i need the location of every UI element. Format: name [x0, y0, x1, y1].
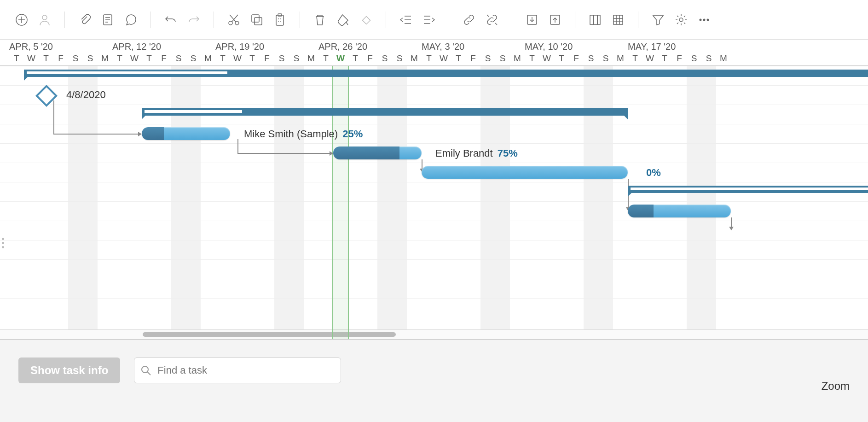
outdent-icon[interactable]: [398, 12, 414, 28]
day-cell: T: [245, 53, 260, 64]
add-icon[interactable]: [14, 12, 29, 28]
task-label: Mike Smith (Sample)25%: [244, 128, 363, 140]
week-label: APR, 5 '20: [9, 41, 53, 52]
task-bar[interactable]: [333, 147, 422, 159]
day-cell: S: [392, 53, 407, 64]
paint-icon[interactable]: [335, 12, 351, 28]
day-cell: F: [466, 53, 480, 64]
filter-icon[interactable]: [650, 12, 666, 28]
gantt-body[interactable]: 4/8/2020Mike Smith (Sample)25%Emily Bran…: [0, 66, 868, 340]
settings-icon[interactable]: [673, 12, 689, 28]
day-cell: T: [657, 53, 672, 64]
separator: [150, 12, 151, 28]
day-cell: M: [98, 53, 112, 64]
day-cell: W: [127, 53, 142, 64]
day-cell: F: [260, 53, 274, 64]
day-cell: F: [156, 53, 171, 64]
link-icon[interactable]: [461, 12, 477, 28]
separator: [386, 12, 386, 28]
timeline-header: TWTFSSMTWTFSSMTWTFSSMTWTFSSMTWTFSSMTWTFS…: [0, 40, 868, 66]
svg-point-9: [235, 21, 239, 25]
undo-icon[interactable]: [163, 12, 179, 28]
show-task-info-button[interactable]: Show task info: [18, 358, 120, 383]
day-cell: S: [584, 53, 598, 64]
copy-icon[interactable]: [249, 12, 265, 28]
gantt-chart: TWTFSSMTWTFSSMTWTFSSMTWTFSSMTWTFSSMTWTFS…: [0, 40, 868, 340]
summary-bar[interactable]: [142, 108, 628, 116]
day-cell: S: [186, 53, 201, 64]
day-cell: T: [39, 53, 53, 64]
separator: [214, 12, 214, 28]
separator: [449, 12, 449, 28]
export-icon[interactable]: [547, 12, 563, 28]
day-cell: S: [83, 53, 98, 64]
day-cell: T: [215, 53, 230, 64]
summary-bar[interactable]: [628, 186, 868, 193]
separator: [575, 12, 575, 28]
day-cell: T: [525, 53, 539, 64]
delete-icon[interactable]: [312, 12, 328, 28]
day-cell: T: [112, 53, 127, 64]
indent-icon[interactable]: [421, 12, 437, 28]
comment-icon[interactable]: [123, 12, 139, 28]
horizontal-scrollbar[interactable]: [0, 329, 868, 339]
more-icon[interactable]: [696, 12, 712, 28]
day-cell: M: [716, 53, 731, 64]
day-cell: M: [304, 53, 318, 64]
user-icon[interactable]: [37, 12, 52, 28]
svg-rect-12: [252, 15, 259, 22]
day-cell: M: [613, 53, 628, 64]
day-cell: F: [363, 53, 377, 64]
svg-line-25: [487, 15, 489, 17]
note-icon[interactable]: [100, 12, 116, 28]
task-label: 0%: [642, 167, 661, 179]
day-cell: T: [9, 53, 24, 64]
day-cell: M: [510, 53, 525, 64]
svg-line-44: [147, 372, 150, 375]
task-bar[interactable]: [628, 205, 731, 217]
svg-rect-33: [597, 15, 600, 24]
import-icon[interactable]: [524, 12, 540, 28]
dependency-line: [53, 134, 138, 135]
day-cell: W: [436, 53, 451, 64]
task-bar[interactable]: [422, 166, 628, 179]
day-cell: S: [377, 53, 392, 64]
redo-icon[interactable]: [186, 12, 202, 28]
columns-icon[interactable]: [587, 12, 603, 28]
search-input[interactable]: [134, 358, 341, 383]
scrollbar-thumb[interactable]: [143, 332, 396, 337]
task-label: Emily Brandt75%: [435, 147, 518, 159]
task-bar[interactable]: [142, 127, 230, 140]
cut-icon[interactable]: [226, 12, 242, 28]
grid-icon[interactable]: [610, 12, 626, 28]
svg-point-42: [707, 18, 709, 21]
dependency-line: [731, 217, 732, 227]
zoom-label: Zoom: [822, 380, 850, 393]
day-cell: S: [171, 53, 186, 64]
dependency-line: [237, 139, 238, 153]
day-cell: S: [598, 53, 613, 64]
panel-drag-handle[interactable]: [2, 238, 4, 248]
day-cell: S: [289, 53, 304, 64]
attach-icon[interactable]: [77, 12, 93, 28]
week-label: APR, 12 '20: [112, 41, 161, 52]
day-cell: M: [407, 53, 422, 64]
dependency-arrow-icon: [729, 227, 734, 230]
dependency-line: [237, 153, 330, 154]
day-cell: T: [318, 53, 333, 64]
day-cell: T: [348, 53, 363, 64]
svg-point-39: [679, 18, 683, 22]
svg-point-40: [700, 18, 702, 21]
day-cell: S: [495, 53, 510, 64]
day-cell: S: [274, 53, 289, 64]
separator: [64, 12, 65, 28]
unlink-icon[interactable]: [484, 12, 500, 28]
svg-rect-18: [363, 16, 370, 24]
svg-rect-34: [613, 15, 623, 24]
milestone-icon[interactable]: [358, 12, 374, 28]
svg-rect-31: [590, 15, 594, 24]
summary-bar[interactable]: [24, 70, 868, 77]
paste-icon[interactable]: [272, 12, 288, 28]
dependency-arrow-icon: [138, 132, 142, 136]
milestone-label: 4/8/2020: [66, 89, 106, 101]
